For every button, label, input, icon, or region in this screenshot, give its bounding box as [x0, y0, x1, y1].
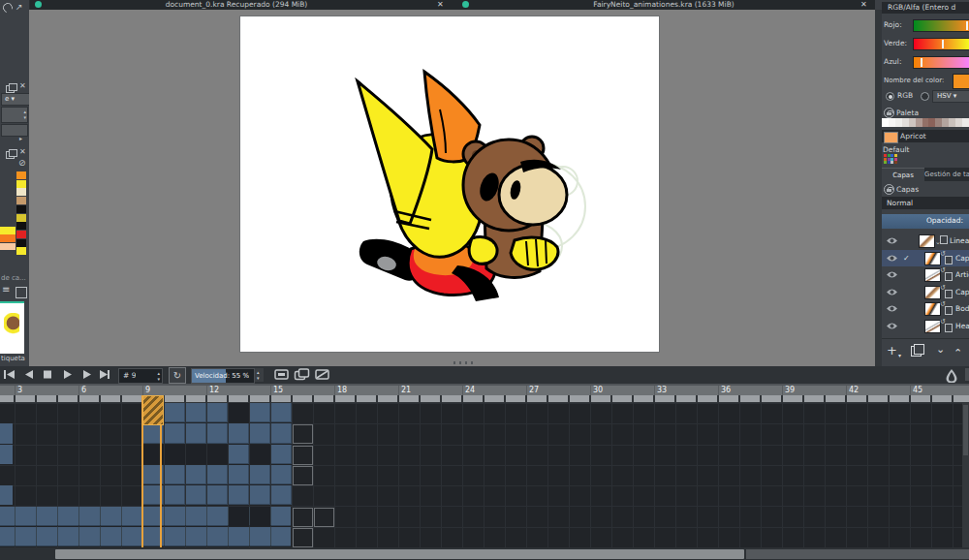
ruler-label-18[interactable]: 18 [337, 386, 355, 395]
frame-cell-outline[interactable] [293, 528, 313, 547]
frame-cell-fill[interactable] [229, 465, 249, 484]
layer-visibility-eye-icon[interactable] [886, 304, 898, 313]
color-model-dropdown[interactable]: RGB/Alfa (Entero d [882, 2, 969, 14]
frame-cell-fill[interactable] [250, 485, 270, 505]
timeline-ruler[interactable]: 369121518212427303336394245 [0, 386, 969, 395]
ruler-label-15[interactable]: 15 [273, 386, 291, 395]
frame-cell-fill[interactable] [271, 465, 292, 484]
rgb-radio[interactable] [886, 92, 894, 101]
frame-cell-dark[interactable] [165, 445, 185, 464]
spin-up-icon[interactable]: ▴ [257, 370, 260, 374]
timeline-track-row[interactable] [0, 527, 969, 547]
layer-thumbnail[interactable] [924, 286, 941, 299]
layer-visibility-eye-icon[interactable] [886, 270, 898, 279]
spin-up-icon[interactable]: ▴ [157, 371, 160, 375]
history-swatch[interactable] [16, 171, 26, 179]
ruler-label-36[interactable]: 36 [721, 386, 738, 395]
ruler-label-33[interactable]: 33 [657, 386, 674, 395]
current-color-swatch[interactable] [953, 74, 969, 89]
history-swatch[interactable] [16, 197, 26, 204]
lock-icon[interactable] [884, 184, 894, 195]
tab-gestion[interactable]: Gestión de ta [924, 168, 969, 181]
blend-mode-dropdown[interactable]: Normal [882, 197, 969, 209]
frame-cell-fill[interactable] [250, 465, 270, 484]
ruler-label-45[interactable]: 45 [913, 386, 930, 395]
slider-handle[interactable] [966, 21, 968, 30]
ruler-label-42[interactable]: 42 [849, 386, 866, 395]
frame-cell-fill[interactable] [165, 485, 185, 505]
frame-cell-fill[interactable] [165, 465, 185, 484]
overview-thumbnail[interactable] [0, 301, 24, 354]
ruler-label-24[interactable]: 24 [465, 386, 483, 395]
history-swatch[interactable] [16, 247, 26, 255]
frame-cell-outline[interactable] [314, 508, 334, 527]
layer-visibility-eye-icon[interactable] [886, 236, 898, 245]
close-docker-icon[interactable]: ✕ [19, 81, 26, 91]
ruler-label-21[interactable]: 21 [401, 386, 419, 395]
layer-thumbnail[interactable] [924, 252, 941, 265]
expand-arrow-icon[interactable]: ▸ [19, 134, 22, 143]
slider-handle[interactable] [942, 40, 944, 48]
frame-cell-dark[interactable] [207, 445, 228, 464]
green-channel-slider[interactable] [913, 38, 969, 50]
timeline-track-row[interactable] [0, 507, 969, 527]
layer-row-body-4[interactable]: ↺Body [882, 300, 969, 317]
document-canvas[interactable] [240, 16, 659, 352]
tool-option-dropdown[interactable]: e ▾ [1, 93, 31, 106]
close-docker-icon[interactable]: ✕ [19, 147, 26, 157]
close-icon[interactable]: ✕ [860, 0, 867, 10]
tool-option-box[interactable] [1, 124, 28, 137]
duplicate-layer-button[interactable] [911, 346, 922, 357]
frame-cell-dark[interactable] [250, 445, 270, 464]
timeline-track-row[interactable] [0, 485, 969, 506]
float-docker-icon[interactable] [6, 151, 15, 159]
frame-cell-outline[interactable] [293, 446, 313, 465]
history-swatch[interactable] [16, 239, 26, 247]
layer-thumbnail[interactable] [924, 268, 941, 282]
layer-thumbnail[interactable] [919, 234, 935, 248]
speed-spinner[interactable]: ▴ ▾ [255, 368, 264, 382]
history-swatch[interactable] [16, 231, 26, 238]
add-layer-dropdown-icon[interactable]: ▾ [898, 349, 901, 362]
frame-cell-fill[interactable] [165, 403, 185, 422]
move-layer-down-button[interactable]: ⌄ [936, 343, 945, 357]
frame-cell-fill[interactable] [229, 485, 249, 505]
ruler-label-39[interactable]: 39 [785, 386, 802, 395]
history-swatch[interactable] [16, 222, 26, 230]
lasso-tool-icon[interactable] [1, 1, 15, 15]
skip-to-start-button[interactable] [2, 368, 16, 381]
hsv-dropdown[interactable]: HSV ▾ [932, 90, 969, 103]
palette-swatch[interactable] [962, 118, 969, 127]
timeline-horizontal-scrollbar[interactable] [0, 547, 969, 560]
close-icon[interactable]: ✕ [437, 0, 444, 10]
layer-visibility-eye-icon[interactable] [886, 254, 898, 263]
layered-mode-icon[interactable] [294, 368, 308, 381]
frame-cell-fill[interactable] [186, 465, 206, 484]
layer-visibility-eye-icon[interactable] [886, 322, 898, 330]
timeline-track-row[interactable] [0, 423, 969, 444]
frame-cell-fill[interactable] [207, 485, 228, 505]
frame-cell-fill[interactable] [186, 403, 206, 422]
scrollbar-grip[interactable] [459, 361, 461, 364]
ruler-label-30[interactable]: 30 [593, 386, 610, 395]
frame-cell-fill[interactable] [229, 445, 249, 464]
no-color-icon[interactable]: ⊘ [18, 158, 26, 168]
partial-button[interactable] [965, 368, 969, 381]
frame-cell-dark[interactable] [229, 507, 249, 526]
current-frame-marker-cell[interactable] [142, 395, 164, 425]
frame-cell-fill[interactable] [250, 423, 270, 443]
ruler-label-9[interactable]: 9 [145, 386, 163, 395]
frame-cell-dark[interactable] [229, 403, 249, 422]
selected-swatch-row[interactable]: Apricot [882, 130, 969, 142]
frame-cell-fill[interactable] [229, 423, 249, 443]
frame-cell-fill[interactable] [186, 423, 206, 443]
layer-thumbnail[interactable] [924, 302, 941, 316]
frame-cell-fill[interactable] [271, 445, 292, 464]
red-channel-slider[interactable] [913, 19, 969, 32]
frame-cell-fill[interactable] [271, 403, 292, 422]
spin-down-icon[interactable]: ▾ [23, 115, 26, 119]
layer-row-head-5[interactable]: ↺Head [882, 318, 969, 334]
frame-cell-outline[interactable] [293, 466, 313, 485]
frame-cell-fill[interactable] [207, 403, 228, 422]
ruler-label-3[interactable]: 3 [17, 386, 35, 395]
